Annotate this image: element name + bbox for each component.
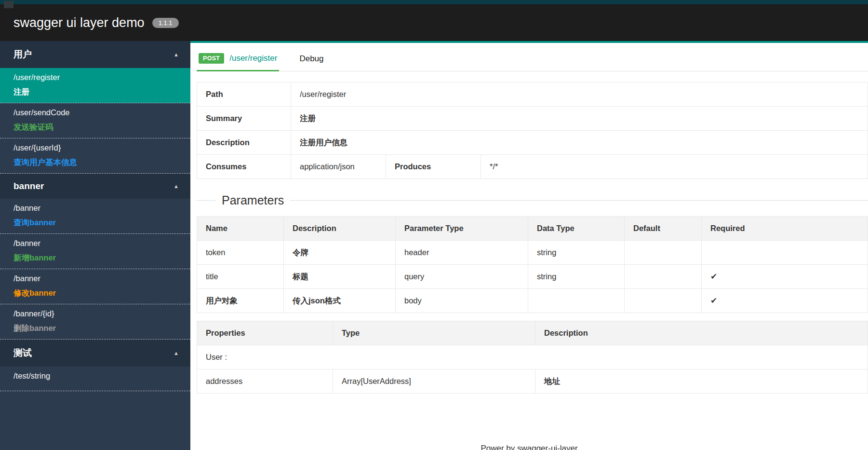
endpoint-summary: 查询banner — [13, 218, 177, 228]
produces-label: Produces — [386, 155, 481, 179]
sidebar-group-user[interactable]: 用户 ▲ — [0, 41, 190, 68]
chevron-up-icon: ▲ — [174, 52, 179, 57]
sidebar-group-banner[interactable]: banner ▲ — [0, 174, 190, 199]
sidebar-item-banner-get[interactable]: /banner 查询banner — [0, 199, 190, 234]
sidebar-item-user-userid[interactable]: /user/{userId} 查询用户基本信息 — [0, 138, 190, 174]
endpoint-summary: 注册 — [13, 87, 177, 97]
app-header: swagger ui layer demo 1.1.1 — [0, 4, 868, 41]
table-row: User : — [197, 345, 868, 369]
summary-label: Summary — [197, 107, 291, 131]
endpoint-summary: 删除banner — [13, 323, 177, 334]
parameters-table: Name Description Parameter Type Data Typ… — [197, 216, 868, 313]
param-default — [625, 241, 702, 265]
sidebar-item-banner-post[interactable]: /banner 新增banner — [0, 234, 190, 269]
group-label: 用户 — [13, 48, 32, 61]
chevron-up-icon: ▲ — [174, 183, 179, 189]
required-checkmark-icon: ✔ — [702, 265, 868, 289]
param-data-type: string — [528, 241, 625, 265]
sidebar-group-test[interactable]: 测试 ▲ — [0, 340, 190, 367]
param-description: 传入json格式 — [284, 289, 396, 313]
consumes-label: Consumes — [197, 155, 291, 179]
endpoint-summary: 修改banner — [13, 288, 177, 299]
page-title: swagger ui layer demo — [13, 15, 145, 30]
endpoint-path: /banner/{id} — [13, 309, 177, 318]
param-default — [625, 289, 702, 313]
table-row: Summary 注册 — [197, 107, 868, 131]
col-prop-description: Description — [535, 321, 868, 345]
endpoint-summary: 查询用户基本信息 — [13, 157, 177, 168]
param-required — [702, 241, 868, 265]
sidebar-item-user-register[interactable]: /user/register 注册 — [0, 68, 190, 103]
endpoint-path: /banner — [13, 274, 177, 283]
group-label: banner — [13, 181, 44, 191]
path-label: Path — [197, 82, 291, 107]
col-data-type: Data Type — [528, 217, 625, 241]
table-row: Description 注册用户信息 — [197, 131, 868, 155]
group-label: 测试 — [13, 347, 32, 359]
api-sidebar: 用户 ▲ /user/register 注册 /user/sendCode 发送… — [0, 41, 190, 450]
endpoint-detail-panel: POST /user/register Debug Path /user/reg… — [190, 41, 868, 448]
detail-tabs: POST /user/register Debug — [197, 43, 868, 71]
col-type: Type — [333, 321, 535, 345]
table-row: Path /user/register — [197, 82, 868, 107]
param-type: query — [396, 265, 528, 289]
col-parameter-type: Parameter Type — [396, 217, 528, 241]
endpoint-summary: 发送验证码 — [13, 122, 177, 133]
required-checkmark-icon: ✔ — [702, 289, 868, 313]
tab-debug[interactable]: Debug — [297, 50, 325, 71]
param-name: title — [197, 265, 284, 289]
logo-placeholder-icon — [4, 1, 13, 8]
param-name: 用户对象 — [197, 289, 284, 313]
tab-debug-label: Debug — [299, 54, 323, 64]
endpoint-info-table: Path /user/register Summary 注册 Descripti… — [197, 82, 868, 179]
summary-value: 注册 — [291, 107, 868, 131]
table-row: token 令牌 header string — [197, 241, 868, 265]
footer-credit: Power by swagger-ui-layer — [190, 444, 868, 450]
endpoint-path: /banner — [13, 239, 177, 248]
properties-table: Properties Type Description User : addre… — [197, 321, 868, 394]
consumes-value: application/json — [291, 155, 386, 179]
col-name: Name — [197, 217, 284, 241]
table-row: 用户对象 传入json格式 body ✔ — [197, 289, 868, 313]
top-accent-strip — [0, 0, 868, 4]
table-header-row: Properties Type Description — [197, 321, 868, 345]
endpoint-summary: 新增banner — [13, 253, 177, 263]
endpoint-path: /user/{userId} — [13, 143, 177, 152]
tab-endpoint-label: /user/register — [229, 54, 277, 63]
table-row: Consumes application/json Produces */* — [197, 155, 868, 179]
endpoint-path: /test/string — [13, 371, 177, 381]
table-row: addresses Array[UserAddress] 地址 — [197, 369, 868, 394]
endpoint-path: /user/register — [13, 73, 177, 82]
chevron-up-icon: ▲ — [174, 350, 179, 356]
col-required: Required — [702, 217, 868, 241]
produces-value: */* — [481, 155, 868, 179]
endpoint-path: /user/sendCode — [13, 108, 177, 117]
tab-endpoint[interactable]: POST /user/register — [197, 49, 279, 71]
param-type: body — [396, 289, 528, 313]
property-description: 地址 — [535, 369, 868, 394]
col-properties: Properties — [197, 321, 333, 345]
table-header-row: Name Description Parameter Type Data Typ… — [197, 217, 868, 241]
path-value: /user/register — [291, 82, 868, 107]
param-type: header — [396, 241, 528, 265]
param-description: 标题 — [284, 265, 396, 289]
property-type: Array[UserAddress] — [333, 369, 535, 394]
sidebar-item-test-string[interactable]: /test/string — [0, 367, 190, 391]
param-data-type — [528, 289, 625, 313]
description-value: 注册用户信息 — [291, 131, 868, 155]
version-badge: 1.1.1 — [152, 18, 179, 28]
sidebar-item-banner-delete[interactable]: /banner/{id} 删除banner — [0, 304, 190, 340]
description-label: Description — [197, 131, 291, 155]
col-default: Default — [625, 217, 702, 241]
param-default — [625, 265, 702, 289]
col-description: Description — [284, 217, 396, 241]
table-row: title 标题 query string ✔ — [197, 265, 868, 289]
param-description: 令牌 — [284, 241, 396, 265]
post-method-badge: POST — [199, 53, 224, 64]
sidebar-item-user-sendcode[interactable]: /user/sendCode 发送验证码 — [0, 103, 190, 138]
property-name: addresses — [197, 369, 333, 394]
param-data-type: string — [528, 265, 625, 289]
endpoint-path: /banner — [13, 204, 177, 213]
model-group-label: User : — [197, 345, 868, 369]
sidebar-item-banner-put[interactable]: /banner 修改banner — [0, 269, 190, 304]
